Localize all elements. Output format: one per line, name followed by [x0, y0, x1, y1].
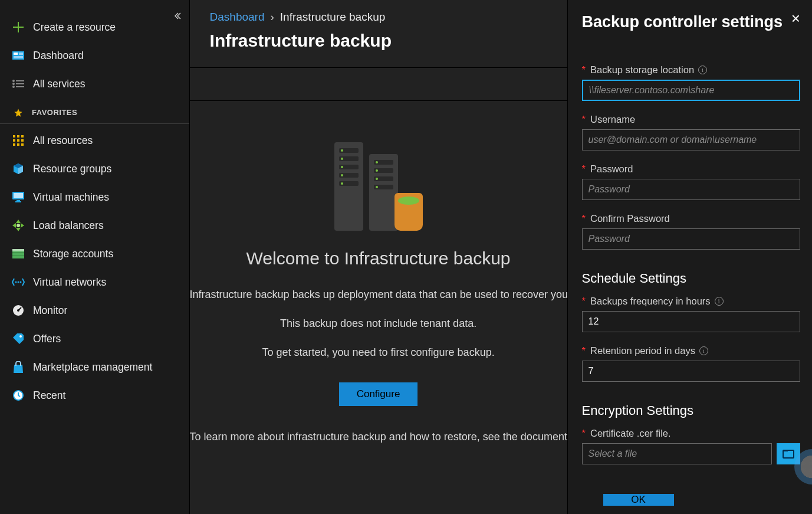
certificate-label: *Certificate .cer file.	[582, 428, 800, 439]
welcome-line2: This backup does not include tenant data…	[280, 317, 476, 330]
confirm-password-input[interactable]	[582, 228, 800, 250]
sidebar-item-virtual-machines[interactable]: Virtual machines	[0, 183, 189, 211]
field-confirm-password: *Confirm Password	[582, 213, 800, 250]
svg-rect-12	[21, 135, 24, 137]
sidebar-item-virtual-networks[interactable]: Virtual networks	[0, 268, 189, 296]
sidebar-item-resource-groups[interactable]: Resource groups	[0, 155, 189, 183]
storage-icon	[12, 247, 25, 260]
sidebar-item-all-resources[interactable]: All resources	[0, 126, 189, 155]
breadcrumb-current: Infrastructure backup	[280, 11, 385, 24]
breadcrumb: Dashboard › Infrastructure backup	[190, 0, 567, 30]
svg-point-30	[20, 281, 22, 283]
sidebar-item-monitor[interactable]: Monitor	[0, 296, 189, 325]
collapse-sidebar-icon[interactable]	[173, 12, 181, 20]
settings-panel: Backup controller settings × * Backup st…	[568, 0, 812, 514]
field-certificate: *Certificate .cer file.	[582, 428, 800, 464]
password-input[interactable]	[582, 179, 800, 200]
svg-rect-17	[17, 143, 19, 146]
toolbar-placeholder	[190, 68, 567, 101]
svg-point-6	[12, 83, 15, 85]
svg-point-29	[18, 281, 19, 283]
sidebar-item-label: Virtual networks	[33, 276, 177, 289]
sidebar-item-offers[interactable]: Offers	[0, 325, 189, 353]
sidebar-item-label: Storage accounts	[33, 248, 177, 260]
svg-point-8	[12, 86, 15, 88]
welcome-line1: Infrastructure backup backs up deploymen…	[190, 289, 567, 301]
retention-label: *Retention period in days i	[582, 345, 800, 356]
info-icon[interactable]: i	[715, 297, 724, 306]
sidebar-item-label: Offers	[33, 333, 177, 345]
sidebar-item-create-resource[interactable]: Create a resource	[0, 13, 189, 41]
sidebar-item-label: All services	[33, 78, 177, 90]
svg-rect-11	[17, 135, 19, 137]
configure-button[interactable]: Configure	[339, 382, 418, 406]
field-frequency: *Backups frequency in hours i	[582, 296, 800, 332]
svg-rect-26	[12, 252, 24, 253]
welcome-section: Welcome to Infrastructure backup Infrast…	[190, 101, 567, 514]
shopping-bag-icon	[12, 361, 25, 374]
star-icon	[12, 106, 25, 119]
username-input[interactable]	[582, 129, 800, 150]
cube-icon	[12, 162, 25, 175]
storage-location-input[interactable]	[582, 80, 800, 101]
svg-rect-27	[12, 255, 24, 256]
svg-rect-9	[16, 86, 24, 87]
certificate-input[interactable]	[582, 443, 772, 464]
storage-location-label: * Backup storage location i	[582, 64, 800, 76]
svg-point-33	[19, 335, 22, 338]
sidebar-item-load-balancers[interactable]: Load balancers	[0, 211, 189, 240]
folder-icon	[783, 449, 794, 459]
sidebar-item-all-services[interactable]: All services	[0, 70, 189, 98]
clock-icon	[12, 389, 25, 402]
welcome-line3: To get started, you need to first config…	[262, 346, 494, 359]
sidebar-item-label: Load balancers	[33, 220, 177, 232]
close-icon[interactable]: ×	[791, 13, 800, 24]
confirm-password-label: *Confirm Password	[582, 213, 800, 224]
svg-rect-7	[16, 83, 24, 84]
sidebar-item-label: Virtual machines	[33, 191, 177, 204]
svg-rect-14	[17, 139, 19, 142]
sidebar-item-label: Monitor	[33, 305, 177, 317]
password-label: *Password	[582, 163, 800, 175]
sidebar-item-storage-accounts[interactable]: Storage accounts	[0, 240, 189, 268]
svg-rect-1	[14, 53, 18, 55]
svg-rect-15	[21, 139, 24, 142]
info-icon[interactable]: i	[698, 66, 707, 74]
schedule-settings-heading: Schedule Settings	[582, 271, 800, 286]
sidebar-item-recent[interactable]: Recent	[0, 381, 189, 410]
svg-rect-37	[783, 450, 788, 451]
sidebar-item-label: Dashboard	[33, 50, 177, 62]
svg-rect-5	[16, 80, 24, 81]
panel-title: Backup controller settings	[582, 13, 783, 31]
svg-rect-22	[15, 201, 21, 202]
welcome-learn-more: To learn more about infrastructure backu…	[190, 431, 567, 443]
favorites-label: FAVORITES	[32, 108, 177, 117]
sidebar-item-label: All resources	[33, 135, 177, 147]
ok-button[interactable]: OK	[603, 494, 674, 506]
sidebar: Create a resource Dashboard All services…	[0, 0, 190, 514]
info-icon[interactable]: i	[699, 346, 708, 355]
network-icon	[12, 276, 25, 289]
backup-illustration	[334, 142, 423, 231]
svg-point-32	[17, 309, 19, 312]
sidebar-item-label: Marketplace management	[33, 361, 177, 374]
list-icon	[12, 77, 25, 90]
encryption-settings-heading: Encryption Settings	[582, 403, 800, 418]
svg-point-28	[15, 281, 17, 283]
svg-rect-18	[21, 143, 24, 146]
svg-rect-21	[17, 200, 20, 201]
chevron-right-icon: ›	[271, 11, 274, 24]
breadcrumb-root[interactable]: Dashboard	[210, 11, 265, 24]
retention-input[interactable]	[582, 361, 800, 382]
welcome-heading: Welcome to Infrastructure backup	[246, 248, 511, 269]
sidebar-item-label: Create a resource	[33, 21, 177, 34]
sidebar-item-marketplace[interactable]: Marketplace management	[0, 353, 189, 381]
tag-icon	[12, 332, 25, 345]
frequency-label: *Backups frequency in hours i	[582, 296, 800, 307]
svg-rect-13	[13, 139, 15, 142]
sidebar-item-dashboard[interactable]: Dashboard	[0, 41, 189, 70]
frequency-input[interactable]	[582, 311, 800, 332]
svg-rect-3	[14, 56, 23, 58]
svg-point-4	[12, 80, 15, 82]
field-username: *Username	[582, 114, 800, 150]
